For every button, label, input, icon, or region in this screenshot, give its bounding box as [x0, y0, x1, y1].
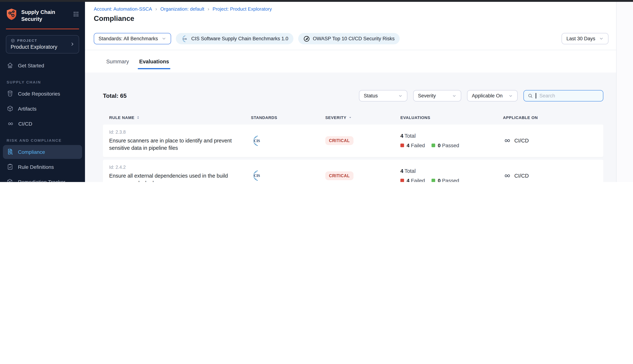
infinity-icon — [6, 120, 14, 127]
code-repository-icon — [6, 90, 14, 97]
severity-badge: CRITICAL — [325, 172, 354, 180]
col-header-evaluations: EVALUATIONS — [400, 115, 503, 120]
breadcrumb: Account: Automation-SSCA › Organization:… — [94, 6, 272, 12]
list-toolbar: Total: 65 Status Severity Applicable On — [103, 90, 603, 102]
sidebar-item-rule-definitions[interactable]: Rule Definitions — [3, 160, 82, 174]
page-title: Compliance — [94, 14, 134, 23]
table-row[interactable]: Id: 2.4.2 Ensure all external dependenci… — [103, 160, 603, 182]
section-risk-and-compliance: RISK AND COMPLIANCE — [3, 132, 82, 145]
evaluations-content: Total: 65 Status Severity Applicable On — [85, 72, 616, 182]
breadcrumb-separator: › — [155, 6, 157, 12]
breadcrumb-account-link[interactable]: Account: Automation-SSCA — [94, 6, 152, 12]
table-header: RULE NAME STANDARDS SEVERITY EVALUATIONS… — [103, 115, 603, 120]
sidebar-item-remediation-tracker[interactable]: Remediation Tracker — [3, 175, 82, 182]
tab-summary[interactable]: Summary — [106, 50, 129, 72]
cicd-infinity-icon — [503, 172, 511, 180]
col-header-applicable-on: APPLICABLE ON — [503, 115, 603, 120]
chevron-down-icon — [398, 94, 402, 98]
clipboard-check-icon — [6, 163, 14, 170]
breadcrumb-organization-link[interactable]: Organization: default — [160, 6, 204, 12]
rule-name: Ensure all external dependencies used in… — [109, 172, 236, 182]
evaluations-cell: 4Total 4Failed 0Passed — [400, 133, 503, 148]
severity-filter-dropdown[interactable]: Severity — [413, 90, 461, 102]
sidebar-item-compliance[interactable]: Compliance — [3, 145, 82, 159]
sort-down-icon[interactable] — [348, 115, 352, 120]
sidebar-item-code-repositories[interactable]: Code Repositories — [3, 86, 82, 100]
page-header: Account: Automation-SSCA › Organization:… — [85, 2, 616, 50]
applicable-on-filter-dropdown[interactable]: Applicable On — [467, 90, 518, 102]
cis-standard-icon — [251, 135, 262, 146]
sort-both-icon[interactable] — [136, 115, 140, 120]
sidebar-nav: Get Started SUPPLY CHAIN Code Repositori… — [0, 57, 85, 182]
cicd-infinity-icon — [503, 137, 511, 145]
standard-chip-owasp[interactable]: OWASP Top 10 CI/CD Security Risks — [298, 33, 400, 44]
tab-evaluations[interactable]: Evaluations — [139, 50, 169, 72]
chevron-down-icon — [162, 36, 166, 41]
chevron-down-icon — [599, 36, 604, 41]
main-area: Account: Automation-SSCA › Organization:… — [85, 2, 616, 182]
brand-accent-divider — [6, 28, 79, 29]
window-top-edge — [0, 0, 633, 2]
brand: Supply Chain Security — [0, 2, 85, 26]
owasp-logo-icon — [303, 35, 310, 42]
sidebar-item-cicd[interactable]: CI/CD — [3, 117, 82, 130]
severity-badge: CRITICAL — [325, 136, 354, 145]
failed-indicator — [400, 144, 404, 148]
standards-cell — [251, 135, 325, 146]
artifacts-cube-icon — [6, 105, 14, 112]
date-range-dropdown[interactable]: Last 30 Days — [562, 33, 608, 44]
col-header-rule-name[interactable]: RULE NAME — [103, 115, 251, 120]
applicable-on-cell: CI/CD — [503, 172, 603, 180]
search-box[interactable] — [524, 90, 603, 102]
passed-indicator — [432, 179, 435, 182]
home-icon — [6, 62, 14, 69]
right-gutter — [616, 2, 633, 182]
app-switcher-grid-icon[interactable] — [73, 8, 79, 17]
table-row[interactable]: Id: 2.3.8 Ensure scanners are in place t… — [103, 124, 603, 157]
rule-cell: Id: 2.3.8 Ensure scanners are in place t… — [103, 130, 251, 152]
standards-filter-row: Standards: All Benchmarks CIS Software S… — [94, 33, 608, 44]
section-supply-chain: SUPPLY CHAIN — [3, 74, 82, 86]
sidebar-item-get-started[interactable]: Get Started — [3, 58, 82, 72]
sidebar-item-artifacts[interactable]: Artifacts — [3, 102, 82, 116]
app-title: Supply Chain Security — [21, 8, 55, 22]
passed-indicator — [432, 144, 435, 148]
project-eyebrow: PROJECT — [17, 38, 37, 42]
cis-logo-icon — [181, 35, 188, 42]
box-wrench-icon — [6, 178, 14, 182]
col-header-severity[interactable]: SEVERITY — [325, 115, 400, 120]
cis-standard-icon — [251, 170, 262, 182]
breadcrumb-project-link[interactable]: Project: Product Exploratory — [213, 6, 272, 12]
project-cube-icon — [10, 38, 15, 43]
standards-dropdown[interactable]: Standards: All Benchmarks — [94, 33, 171, 44]
severity-cell: CRITICAL — [325, 172, 400, 180]
rules-list: Id: 2.3.8 Ensure scanners are in place t… — [103, 124, 603, 182]
sidebar: Supply Chain Security PROJECT Product Ex… — [0, 2, 85, 182]
breadcrumb-separator: › — [208, 6, 209, 12]
search-input[interactable] — [539, 93, 595, 99]
app-logo-shield-icon — [6, 8, 17, 20]
tabs-bar: Summary Evaluations — [85, 50, 616, 73]
project-selector[interactable]: PROJECT Product Exploratory — [6, 35, 79, 53]
rule-name: Ensure scanners are in place to identify… — [109, 137, 236, 152]
failed-indicator — [400, 179, 404, 182]
project-name: Product Exploratory — [10, 44, 70, 50]
app-window: Supply Chain Security PROJECT Product Ex… — [0, 0, 633, 182]
severity-cell: CRITICAL — [325, 136, 400, 145]
active-tab-underline — [138, 68, 170, 69]
compliance-doc-search-icon — [6, 148, 14, 155]
text-caret — [536, 93, 536, 98]
evaluations-cell: 4Total 4Failed 0Passed — [400, 168, 503, 182]
chevron-right-icon — [70, 41, 75, 47]
rule-id: Id: 2.3.8 — [109, 130, 251, 135]
standards-cell — [251, 170, 325, 182]
status-filter-dropdown[interactable]: Status — [359, 90, 407, 102]
rule-cell: Id: 2.4.2 Ensure all external dependenci… — [103, 164, 251, 182]
rule-id: Id: 2.4.2 — [109, 164, 251, 170]
total-count: Total: 65 — [103, 92, 126, 99]
col-header-standards: STANDARDS — [251, 115, 325, 120]
chevron-down-icon — [452, 94, 456, 98]
applicable-on-cell: CI/CD — [503, 137, 603, 145]
standard-chip-cis[interactable]: CIS Software Supply Chain Benchmarks 1.0 — [176, 33, 294, 44]
search-icon — [528, 93, 533, 98]
